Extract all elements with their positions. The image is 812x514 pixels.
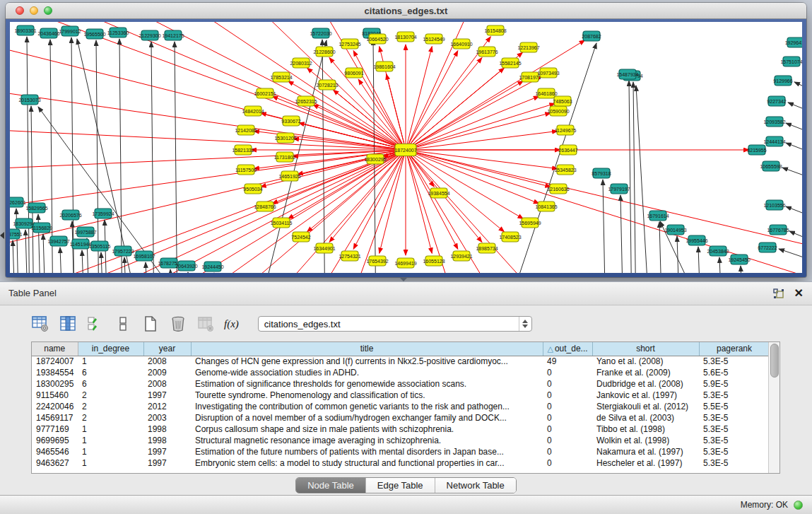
table-cell[interactable]: Corpus callosum shape and size in male p… bbox=[191, 424, 543, 435]
table-cell[interactable]: Wolkin et al. (1998) bbox=[592, 435, 699, 446]
table-cell[interactable]: Dudbridge et al. (2008) bbox=[592, 378, 699, 390]
table-cell[interactable]: 2008 bbox=[143, 356, 191, 367]
window-minimize-icon[interactable] bbox=[30, 6, 38, 15]
table-selector[interactable]: citations_edges.txt bbox=[258, 316, 532, 332]
table-cell[interactable]: Investigating the contribution of common… bbox=[191, 401, 543, 412]
table-cell[interactable]: 1998 bbox=[143, 435, 191, 446]
table-cell[interactable]: 5.3E-5 bbox=[699, 435, 770, 446]
table-cell[interactable]: 0 bbox=[543, 378, 592, 390]
table-cell[interactable]: 0 bbox=[543, 401, 592, 412]
function-builder-button[interactable]: f(x) bbox=[224, 315, 239, 333]
table-cell[interactable]: 2008 bbox=[143, 378, 191, 390]
table-cell[interactable]: 5.3E-5 bbox=[699, 424, 770, 435]
table-cell[interactable]: 0 bbox=[543, 424, 592, 435]
window-titlebar[interactable]: citations_edges.txt bbox=[6, 3, 806, 19]
tab-network-table[interactable]: Network Table bbox=[435, 478, 516, 493]
table-cell[interactable]: de Silva et al. (2003) bbox=[592, 412, 699, 424]
table-cell[interactable]: 2 bbox=[78, 390, 143, 401]
table-cell[interactable]: Yano et al. (2008) bbox=[592, 356, 699, 367]
table-cell[interactable]: Franke et al. (2009) bbox=[592, 367, 699, 378]
table-cell[interactable]: 49 bbox=[543, 356, 592, 367]
column-header-short[interactable]: short bbox=[592, 342, 699, 356]
close-panel-button[interactable]: ✕ bbox=[794, 288, 804, 299]
table-cell[interactable]: 2009 bbox=[143, 367, 191, 378]
table-settings-button[interactable] bbox=[31, 315, 49, 333]
table-cell[interactable]: 5.3E-5 bbox=[699, 457, 770, 469]
table-row[interactable]: 977716911998Corpus callosum shape and si… bbox=[32, 424, 770, 435]
delete-table-button[interactable] bbox=[196, 315, 215, 333]
collapse-arrow-icon[interactable] bbox=[0, 232, 4, 239]
table-cell[interactable]: 0 bbox=[543, 435, 592, 446]
table-cell[interactable]: Estimation of the future numbers of pati… bbox=[191, 446, 543, 457]
table-cell[interactable]: 1997 bbox=[143, 446, 191, 457]
network-canvas[interactable]: 1890330120436466179990121956550011253360… bbox=[10, 22, 802, 273]
table-vertical-scrollbar[interactable] bbox=[768, 342, 779, 473]
table-cell[interactable]: 2003 bbox=[143, 412, 191, 424]
float-panel-button[interactable] bbox=[773, 288, 784, 299]
create-column-button[interactable] bbox=[141, 315, 160, 333]
table-cell[interactable]: 6 bbox=[78, 378, 143, 390]
table-cell[interactable]: Disruption of a novel member of a sodium… bbox=[191, 412, 543, 424]
table-cell[interactable]: 1 bbox=[78, 435, 143, 446]
column-header-in_degree[interactable]: in_degree bbox=[78, 342, 143, 356]
table-cell[interactable]: Genome-wide association studies in ADHD. bbox=[191, 367, 543, 378]
column-header-out_de[interactable]: △out_de... bbox=[543, 342, 592, 356]
table-cell[interactable]: Hescheler et al. (1997) bbox=[592, 457, 699, 469]
table-row[interactable]: 946554611997Estimation of the future num… bbox=[32, 446, 770, 457]
column-header-title[interactable]: title bbox=[191, 342, 543, 356]
select-columns-button[interactable] bbox=[86, 315, 105, 333]
tab-node-table[interactable]: Node Table bbox=[296, 478, 366, 493]
table-cell[interactable]: 5.6E-5 bbox=[699, 367, 770, 378]
table-cell[interactable]: Nakamura et al. (1997) bbox=[592, 446, 699, 457]
window-close-icon[interactable] bbox=[16, 6, 24, 15]
table-cell[interactable]: 2 bbox=[78, 401, 143, 412]
column-header-year[interactable]: year bbox=[143, 342, 191, 356]
table-row[interactable]: 969969511998Structural magnetic resonanc… bbox=[32, 435, 770, 446]
row-height-button[interactable] bbox=[114, 315, 132, 333]
table-row[interactable]: 1456911722003Disruption of a novel membe… bbox=[32, 412, 770, 424]
table-cell[interactable]: 14569117 bbox=[32, 412, 78, 424]
window-zoom-icon[interactable] bbox=[44, 6, 52, 15]
table-cell[interactable]: 5.3E-5 bbox=[699, 412, 770, 424]
delete-column-button[interactable] bbox=[169, 315, 187, 333]
table-cell[interactable]: 9115460 bbox=[32, 390, 78, 401]
table-cell[interactable]: 0 bbox=[543, 390, 592, 401]
column-header-name[interactable]: name bbox=[32, 342, 78, 356]
table-cell[interactable]: 9699695 bbox=[32, 435, 78, 446]
table-cell[interactable]: 19384554 bbox=[32, 367, 78, 378]
tab-edge-table[interactable]: Edge Table bbox=[366, 478, 435, 493]
show-columns-button[interactable] bbox=[59, 315, 77, 333]
table-cell[interactable]: 1997 bbox=[143, 457, 191, 469]
table-cell[interactable]: 9465546 bbox=[32, 446, 78, 457]
table-cell[interactable]: 5.3E-5 bbox=[699, 356, 770, 367]
table-cell[interactable]: Tibbo et al. (1998) bbox=[592, 424, 699, 435]
table-cell[interactable]: 5.3E-5 bbox=[699, 446, 770, 457]
table-cell[interactable]: 9777169 bbox=[32, 424, 78, 435]
table-cell[interactable]: 6 bbox=[78, 367, 143, 378]
table-cell[interactable]: 5.3E-5 bbox=[699, 390, 770, 401]
table-cell[interactable]: Stergiakouli et al. (2012) bbox=[592, 401, 699, 412]
table-row[interactable]: 2242004622012Investigating the contribut… bbox=[32, 401, 770, 412]
table-cell[interactable]: 0 bbox=[543, 367, 592, 378]
table-cell[interactable]: 0 bbox=[543, 412, 592, 424]
table-cell[interactable]: Structural magnetic resonance image aver… bbox=[191, 435, 543, 446]
table-cell[interactable]: 22420046 bbox=[32, 401, 78, 412]
table-row[interactable]: 1830029562008Estimation of significance … bbox=[32, 378, 770, 390]
table-cell[interactable]: 0 bbox=[543, 446, 592, 457]
table-cell[interactable]: 1998 bbox=[143, 424, 191, 435]
table-cell[interactable]: 18724007 bbox=[32, 356, 78, 367]
table-cell[interactable]: 2012 bbox=[143, 401, 191, 412]
table-cell[interactable]: Estimation of significance thresholds fo… bbox=[191, 378, 543, 390]
table-cell[interactable]: 5.5E-5 bbox=[699, 401, 770, 412]
table-cell[interactable]: 9463627 bbox=[32, 457, 78, 469]
table-row[interactable]: 1872400712008Changes of HCN gene express… bbox=[32, 356, 770, 367]
table-row[interactable]: 946362711997Embryonic stem cells: a mode… bbox=[32, 457, 770, 469]
table-cell[interactable]: 2 bbox=[78, 412, 143, 424]
table-cell[interactable]: 0 bbox=[543, 457, 592, 469]
table-cell[interactable]: 1 bbox=[78, 356, 143, 367]
table-row[interactable]: 911546021997Tourette syndrome. Phenomeno… bbox=[32, 390, 770, 401]
scrollbar-thumb[interactable] bbox=[770, 344, 779, 378]
column-header-pagerank[interactable]: pagerank bbox=[699, 342, 770, 356]
table-cell[interactable]: 1 bbox=[78, 457, 143, 469]
table-cell[interactable]: Tourette syndrome. Phenomenology and cla… bbox=[191, 390, 543, 401]
